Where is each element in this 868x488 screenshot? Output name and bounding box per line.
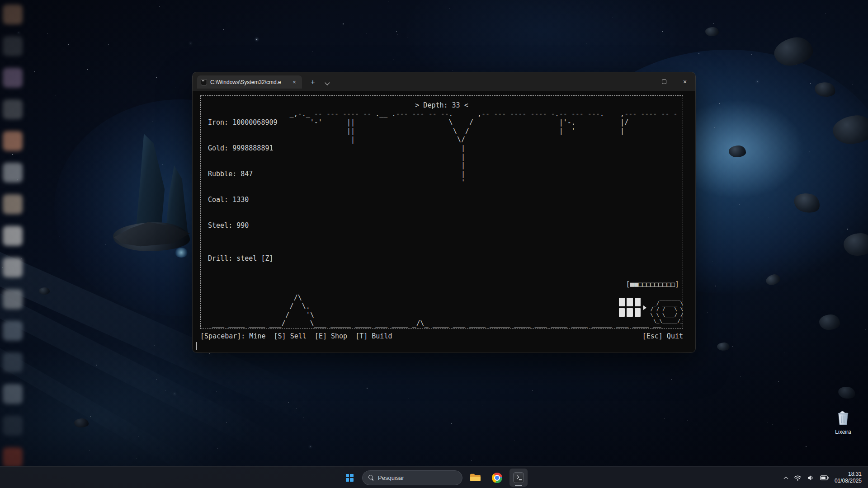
asteroid-art [764,273,781,287]
star [68,44,69,45]
blurred-tile [3,5,23,24]
blurred-tile [3,384,23,404]
start-button[interactable] [340,469,359,487]
star [352,444,353,444]
star [56,95,56,96]
star [596,60,596,61]
text-cursor [196,342,197,350]
star [63,49,63,50]
star [288,402,289,403]
asteroid-art [705,27,719,36]
star [409,398,409,399]
window-titlebar[interactable]: C:\Windows\System32\cmd.e × + × [193,72,695,91]
star [84,161,84,161]
tab-dropdown-icon[interactable] [322,77,333,88]
star [784,352,784,352]
engine-glow-art [175,248,188,258]
recycle-bin-label: Lixeira [830,429,856,435]
star [740,204,740,205]
recycle-bin[interactable]: Lixeira [830,410,856,435]
star [720,79,720,80]
cmd-icon [201,79,207,85]
blurred-tile [3,321,23,341]
asteroid-art [772,34,816,69]
star [514,441,514,441]
star [250,50,251,50]
asteroid-art [792,191,822,216]
star [175,394,175,394]
menu-actions: [Spacebar]: Mine [S] Sell [E] Shop [T] B… [200,332,392,340]
new-tab-button[interactable]: + [307,77,318,88]
star [397,34,397,35]
star [662,31,663,32]
asteroid-art [717,343,730,351]
star [621,64,621,65]
star [407,38,407,38]
star [757,81,758,82]
star [769,217,769,217]
star [612,18,613,18]
terminal-button[interactable] [509,469,528,487]
resource-steel: Steel: 990 [208,221,278,230]
star [698,53,699,54]
wifi-icon[interactable] [794,475,802,481]
tab-close-icon[interactable]: × [290,78,298,86]
search-icon [368,475,374,480]
windows-logo-icon [346,474,354,482]
star [87,69,88,70]
star [719,103,720,104]
maximize-button[interactable] [654,72,675,91]
star [791,449,791,450]
clock-date: 01/08/2025 [835,478,862,484]
star [812,34,812,34]
star [159,6,160,7]
star [47,33,47,34]
star [156,380,157,380]
blurred-tile [3,36,23,56]
blurred-tile [3,131,23,151]
star [688,420,688,421]
star [517,45,517,46]
terminal-tab[interactable]: C:\Windows\System32\cmd.e × [197,75,302,89]
search-input[interactable]: Pesquisar [362,470,462,485]
star [217,448,217,449]
star [768,422,768,423]
star [424,12,425,12]
star [90,416,91,417]
star [741,376,741,377]
star [825,14,826,14]
blurred-tile [3,226,23,246]
star [138,436,139,437]
star [681,447,681,447]
star [810,83,811,84]
star [343,23,344,24]
close-button[interactable]: × [675,72,695,91]
game-viewport: Iron: 10000068909 Gold: 9998888891 Rubbl… [200,95,683,329]
terminal-content[interactable]: Iron: 10000068909 Gold: 9998888891 Rubbl… [193,91,695,352]
minimize-button[interactable] [633,72,654,91]
volume-icon[interactable] [807,475,814,481]
battery-icon[interactable] [820,475,829,480]
taskbar: Pesquisar [0,466,868,488]
star [137,458,137,459]
star [732,346,733,347]
terminal-window: C:\Windows\System32\cmd.e × + × Iron: 10… [193,72,695,352]
star [586,43,586,44]
chrome-button[interactable] [488,469,506,487]
star [798,429,798,430]
light-ray-art [0,340,221,488]
file-explorer-button[interactable] [466,469,484,487]
star [122,200,123,200]
tray-chevron-icon[interactable] [784,476,788,480]
chrome-icon [492,473,502,483]
star [175,88,175,88]
star [190,43,191,43]
star [248,433,248,434]
star [191,208,191,208]
star [366,33,367,33]
star [664,418,665,419]
resource-coal: Coal: 1330 [208,196,278,204]
clock[interactable]: 18:31 01/08/2025 [835,471,862,484]
blurred-tile [3,447,23,467]
blurred-tile [3,289,23,309]
